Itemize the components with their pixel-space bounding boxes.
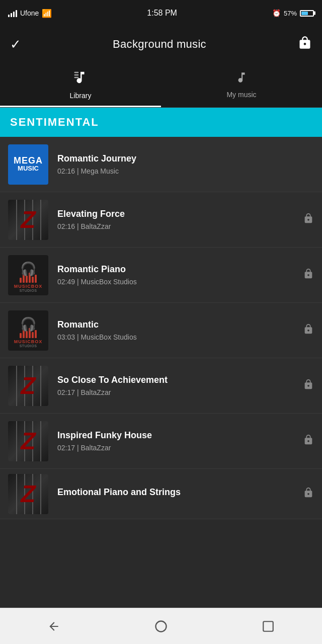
tab-library-label: Library [70, 92, 92, 100]
album-art: 🎧 MUSICBOX STUDIOS [8, 255, 48, 295]
svg-rect-1 [74, 74, 79, 76]
check-button[interactable]: ✓ [10, 37, 21, 52]
svg-point-3 [155, 621, 166, 631]
wifi-icon: 📶 [42, 9, 52, 18]
battery-percent: 57% [284, 10, 297, 17]
signal-icon [8, 9, 17, 17]
list-item[interactable]: 🎧 MUSICBOX STUDIOS Romantic 03:03 | Musi… [0, 303, 322, 358]
page-title: Background music [113, 38, 206, 51]
status-left: Ufone 📶 [8, 9, 52, 18]
song-title: Inspired Funky House [57, 430, 297, 441]
svg-rect-2 [74, 77, 79, 78]
recent-apps-button[interactable] [253, 611, 283, 641]
music-info: Inspired Funky House 02:17 | BaltaZzar [57, 430, 297, 452]
music-info: Emotional Piano and Strings [57, 487, 297, 501]
song-title: Romantic Journey [57, 153, 314, 164]
music-list: MEGA MUSIC Romantic Journey 02:16 | Mega… [0, 137, 322, 519]
song-meta: 02:16 | BaltaZzar [57, 222, 297, 230]
lock-icon [303, 379, 314, 393]
status-right: ⏰ 57% [272, 9, 314, 17]
my-music-icon [235, 71, 248, 88]
music-info: So Close To Achievement 02:17 | BaltaZza… [57, 375, 297, 396]
album-art: 🎧 MUSICBOX STUDIOS [8, 310, 48, 351]
song-title: Romantic Piano [57, 264, 297, 275]
list-item[interactable]: Z So Close To Achievement 02:17 | BaltaZ… [0, 358, 322, 414]
svg-rect-4 [264, 621, 274, 631]
home-button[interactable] [146, 611, 176, 641]
carrier-name: Ufone [20, 9, 39, 17]
headphone-icon: 🎧 [20, 316, 36, 332]
library-icon [73, 70, 88, 89]
musicbox-label: MUSICBOX [14, 339, 43, 344]
list-item[interactable]: Z Elevating Force 02:16 | BaltaZzar [0, 192, 322, 248]
section-header: SENTIMENTAL [0, 108, 322, 137]
lock-icon [303, 324, 314, 338]
tab-bar: Library My music [0, 62, 322, 108]
list-item[interactable]: 🎧 MUSICBOX STUDIOS Romantic Piano 02:49 … [0, 248, 322, 303]
album-art: Z [8, 200, 48, 240]
alarm-icon: ⏰ [272, 9, 281, 17]
lock-icon [303, 487, 314, 501]
song-meta: 02:16 | Mega Music [57, 167, 314, 175]
list-item[interactable]: Z Inspired Funky House 02:17 | BaltaZzar [0, 414, 322, 469]
lock-icon [303, 213, 314, 227]
headphone-icon: 🎧 [20, 261, 36, 277]
song-title: Romantic [57, 319, 297, 330]
status-time: 1:58 PM [147, 9, 177, 18]
music-info: Romantic Piano 02:49 | MusicBox Studios [57, 264, 297, 286]
list-item[interactable]: Z Emotional Piano and Strings [0, 469, 322, 519]
album-art: Z [8, 366, 48, 406]
list-item[interactable]: MEGA MUSIC Romantic Journey 02:16 | Mega… [0, 137, 322, 192]
music-info: Elevating Force 02:16 | BaltaZzar [57, 209, 297, 230]
song-meta: 02:17 | BaltaZzar [57, 388, 297, 396]
top-bar: ✓ Background music [0, 26, 322, 62]
tab-my-music[interactable]: My music [161, 62, 322, 107]
tab-my-music-label: My music [226, 91, 256, 99]
album-art: MEGA MUSIC [8, 144, 48, 185]
song-title: So Close To Achievement [57, 375, 297, 385]
navigation-bar [0, 608, 322, 644]
song-title: Elevating Force [57, 209, 297, 219]
musicbox-sub: STUDIOS [20, 344, 37, 348]
song-meta: 02:17 | BaltaZzar [57, 444, 297, 452]
battery-icon [300, 10, 314, 17]
lock-icon [303, 434, 314, 448]
song-meta: 02:49 | MusicBox Studios [57, 278, 297, 286]
music-info: Romantic Journey 02:16 | Mega Music [57, 153, 314, 175]
svg-rect-0 [74, 72, 79, 73]
lock-icon [303, 268, 314, 282]
section-title: SENTIMENTAL [10, 116, 99, 129]
musicbox-sub: STUDIOS [20, 289, 37, 292]
tab-library[interactable]: Library [0, 62, 161, 107]
song-title: Emotional Piano and Strings [57, 487, 297, 498]
status-bar: Ufone 📶 1:58 PM ⏰ 57% [0, 0, 322, 26]
album-art: Z [8, 421, 48, 461]
song-meta: 03:03 | MusicBox Studios [57, 333, 297, 341]
musicbox-label: MUSICBOX [14, 284, 43, 289]
lock-button[interactable] [298, 36, 312, 53]
back-button[interactable] [39, 611, 69, 641]
music-info: Romantic 03:03 | MusicBox Studios [57, 319, 297, 341]
album-art: Z [8, 474, 48, 514]
